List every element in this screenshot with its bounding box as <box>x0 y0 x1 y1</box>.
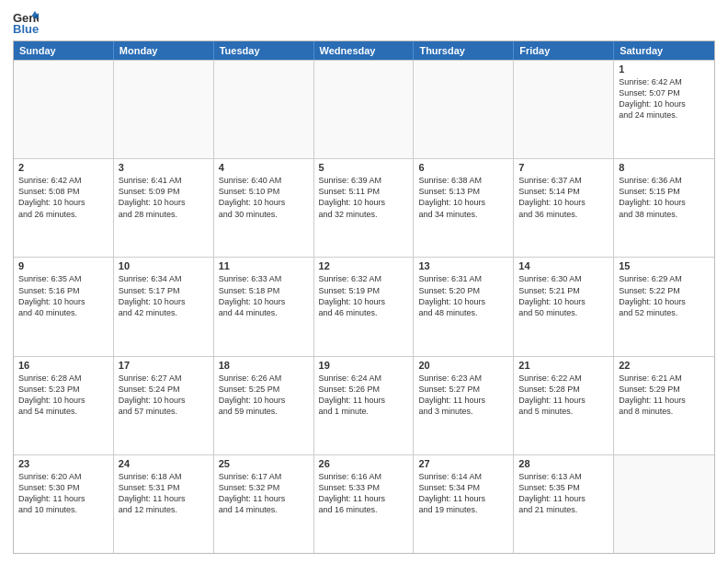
day-number: 11 <box>219 260 309 271</box>
calendar-cell <box>614 455 714 553</box>
cell-sun-info: Sunrise: 6:40 AM Sunset: 5:10 PM Dayligh… <box>219 175 309 220</box>
cell-sun-info: Sunrise: 6:37 AM Sunset: 5:14 PM Dayligh… <box>518 175 609 220</box>
calendar-row-4: 23Sunrise: 6:20 AM Sunset: 5:30 PM Dayli… <box>14 454 714 553</box>
calendar-row-2: 9Sunrise: 6:35 AM Sunset: 5:16 PM Daylig… <box>14 257 714 355</box>
calendar-cell: 27Sunrise: 6:14 AM Sunset: 5:34 PM Dayli… <box>414 455 514 553</box>
header-day-wednesday: Wednesday <box>314 41 415 60</box>
cell-sun-info: Sunrise: 6:39 AM Sunset: 5:11 PM Dayligh… <box>319 175 409 220</box>
calendar-cell: 15Sunrise: 6:29 AM Sunset: 5:22 PM Dayli… <box>614 258 714 355</box>
header: General Blue <box>13 9 715 35</box>
header-day-tuesday: Tuesday <box>214 41 314 60</box>
calendar-cell: 24Sunrise: 6:18 AM Sunset: 5:31 PM Dayli… <box>114 455 214 553</box>
header-day-monday: Monday <box>114 41 214 60</box>
day-number: 25 <box>219 458 309 469</box>
calendar-cell: 5Sunrise: 6:39 AM Sunset: 5:11 PM Daylig… <box>314 159 415 257</box>
cell-sun-info: Sunrise: 6:27 AM Sunset: 5:24 PM Dayligh… <box>119 373 209 418</box>
cell-sun-info: Sunrise: 6:36 AM Sunset: 5:15 PM Dayligh… <box>619 175 710 220</box>
cell-sun-info: Sunrise: 6:28 AM Sunset: 5:23 PM Dayligh… <box>18 373 108 418</box>
day-number: 3 <box>119 162 209 173</box>
cell-sun-info: Sunrise: 6:16 AM Sunset: 5:33 PM Dayligh… <box>319 471 409 516</box>
calendar-cell: 28Sunrise: 6:13 AM Sunset: 5:35 PM Dayli… <box>514 455 614 553</box>
calendar-cell: 7Sunrise: 6:37 AM Sunset: 5:14 PM Daylig… <box>514 159 614 257</box>
calendar-cell: 14Sunrise: 6:30 AM Sunset: 5:21 PM Dayli… <box>514 258 614 355</box>
day-number: 19 <box>319 360 409 371</box>
day-number: 7 <box>518 162 609 173</box>
calendar-cell: 26Sunrise: 6:16 AM Sunset: 5:33 PM Dayli… <box>314 455 415 553</box>
calendar-cell: 4Sunrise: 6:40 AM Sunset: 5:10 PM Daylig… <box>214 159 314 257</box>
calendar-row-0: 1Sunrise: 6:42 AM Sunset: 5:07 PM Daylig… <box>14 60 714 158</box>
calendar-cell: 12Sunrise: 6:32 AM Sunset: 5:19 PM Dayli… <box>314 258 415 355</box>
calendar-header: SundayMondayTuesdayWednesdayThursdayFrid… <box>14 41 714 60</box>
day-number: 26 <box>319 458 409 469</box>
cell-sun-info: Sunrise: 6:38 AM Sunset: 5:13 PM Dayligh… <box>418 175 508 220</box>
day-number: 5 <box>319 162 409 173</box>
cell-sun-info: Sunrise: 6:29 AM Sunset: 5:22 PM Dayligh… <box>619 273 710 318</box>
cell-sun-info: Sunrise: 6:42 AM Sunset: 5:08 PM Dayligh… <box>18 175 108 220</box>
cell-sun-info: Sunrise: 6:17 AM Sunset: 5:32 PM Dayligh… <box>219 471 309 516</box>
cell-sun-info: Sunrise: 6:13 AM Sunset: 5:35 PM Dayligh… <box>518 471 609 516</box>
calendar-cell: 19Sunrise: 6:24 AM Sunset: 5:26 PM Dayli… <box>314 357 415 454</box>
cell-sun-info: Sunrise: 6:14 AM Sunset: 5:34 PM Dayligh… <box>418 471 508 516</box>
page: General Blue SundayMondayTuesdayWednesda… <box>0 0 728 563</box>
day-number: 28 <box>518 458 609 469</box>
cell-sun-info: Sunrise: 6:21 AM Sunset: 5:29 PM Dayligh… <box>619 373 710 418</box>
day-number: 18 <box>219 360 309 371</box>
day-number: 27 <box>418 458 508 469</box>
day-number: 20 <box>418 360 508 371</box>
day-number: 2 <box>18 162 108 173</box>
day-number: 9 <box>18 260 108 271</box>
logo: General Blue <box>13 9 42 35</box>
calendar-cell: 8Sunrise: 6:36 AM Sunset: 5:15 PM Daylig… <box>614 159 714 257</box>
calendar-cell: 1Sunrise: 6:42 AM Sunset: 5:07 PM Daylig… <box>614 61 714 158</box>
cell-sun-info: Sunrise: 6:26 AM Sunset: 5:25 PM Dayligh… <box>219 373 309 418</box>
calendar-row-1: 2Sunrise: 6:42 AM Sunset: 5:08 PM Daylig… <box>14 158 714 257</box>
calendar: SundayMondayTuesdayWednesdayThursdayFrid… <box>13 40 715 554</box>
cell-sun-info: Sunrise: 6:33 AM Sunset: 5:18 PM Dayligh… <box>219 273 309 318</box>
calendar-row-3: 16Sunrise: 6:28 AM Sunset: 5:23 PM Dayli… <box>14 356 714 454</box>
day-number: 8 <box>619 162 710 173</box>
calendar-cell: 18Sunrise: 6:26 AM Sunset: 5:25 PM Dayli… <box>214 357 314 454</box>
day-number: 21 <box>518 360 609 371</box>
calendar-cell: 6Sunrise: 6:38 AM Sunset: 5:13 PM Daylig… <box>414 159 514 257</box>
cell-sun-info: Sunrise: 6:30 AM Sunset: 5:21 PM Dayligh… <box>518 273 609 318</box>
header-day-saturday: Saturday <box>614 41 714 60</box>
calendar-cell: 23Sunrise: 6:20 AM Sunset: 5:30 PM Dayli… <box>14 455 114 553</box>
cell-sun-info: Sunrise: 6:24 AM Sunset: 5:26 PM Dayligh… <box>319 373 409 418</box>
calendar-body: 1Sunrise: 6:42 AM Sunset: 5:07 PM Daylig… <box>14 60 714 553</box>
calendar-cell: 22Sunrise: 6:21 AM Sunset: 5:29 PM Dayli… <box>614 357 714 454</box>
cell-sun-info: Sunrise: 6:23 AM Sunset: 5:27 PM Dayligh… <box>418 373 508 418</box>
day-number: 17 <box>119 360 209 371</box>
cell-sun-info: Sunrise: 6:18 AM Sunset: 5:31 PM Dayligh… <box>119 471 209 516</box>
day-number: 13 <box>418 260 508 271</box>
cell-sun-info: Sunrise: 6:32 AM Sunset: 5:19 PM Dayligh… <box>319 273 409 318</box>
day-number: 24 <box>119 458 209 469</box>
calendar-cell: 17Sunrise: 6:27 AM Sunset: 5:24 PM Dayli… <box>114 357 214 454</box>
day-number: 16 <box>18 360 108 371</box>
calendar-cell: 20Sunrise: 6:23 AM Sunset: 5:27 PM Dayli… <box>414 357 514 454</box>
day-number: 14 <box>518 260 609 271</box>
header-day-thursday: Thursday <box>414 41 514 60</box>
svg-text:Blue: Blue <box>13 22 39 35</box>
calendar-cell: 21Sunrise: 6:22 AM Sunset: 5:28 PM Dayli… <box>514 357 614 454</box>
cell-sun-info: Sunrise: 6:41 AM Sunset: 5:09 PM Dayligh… <box>119 175 209 220</box>
day-number: 10 <box>119 260 209 271</box>
calendar-cell <box>214 61 314 158</box>
day-number: 15 <box>619 260 710 271</box>
calendar-cell: 16Sunrise: 6:28 AM Sunset: 5:23 PM Dayli… <box>14 357 114 454</box>
calendar-cell: 2Sunrise: 6:42 AM Sunset: 5:08 PM Daylig… <box>14 159 114 257</box>
header-day-sunday: Sunday <box>14 41 114 60</box>
header-day-friday: Friday <box>514 41 614 60</box>
calendar-cell: 25Sunrise: 6:17 AM Sunset: 5:32 PM Dayli… <box>214 455 314 553</box>
calendar-cell: 3Sunrise: 6:41 AM Sunset: 5:09 PM Daylig… <box>114 159 214 257</box>
cell-sun-info: Sunrise: 6:22 AM Sunset: 5:28 PM Dayligh… <box>518 373 609 418</box>
day-number: 23 <box>18 458 108 469</box>
day-number: 22 <box>619 360 710 371</box>
day-number: 12 <box>319 260 409 271</box>
cell-sun-info: Sunrise: 6:34 AM Sunset: 5:17 PM Dayligh… <box>119 273 209 318</box>
logo-icon: General Blue <box>13 9 39 35</box>
calendar-cell <box>414 61 514 158</box>
calendar-cell: 10Sunrise: 6:34 AM Sunset: 5:17 PM Dayli… <box>114 258 214 355</box>
calendar-cell <box>514 61 614 158</box>
calendar-cell <box>314 61 415 158</box>
calendar-cell: 9Sunrise: 6:35 AM Sunset: 5:16 PM Daylig… <box>14 258 114 355</box>
